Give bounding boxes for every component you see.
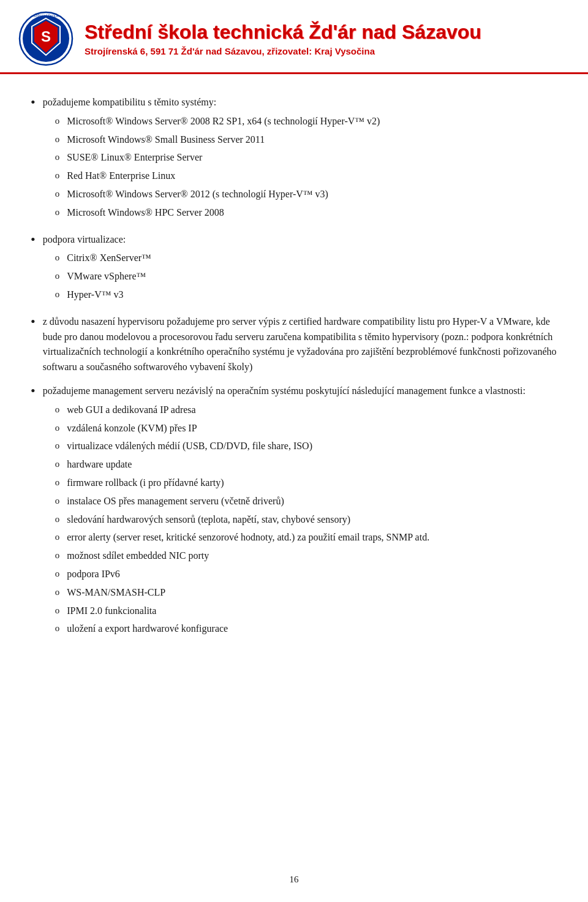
sub-bullet-icon: o (55, 585, 60, 599)
sub-item-text: možnost sdílet embedded NIC porty (67, 548, 557, 564)
list-item-hypervisor: • z důvodu nasazení hypervisoru požaduje… (31, 314, 557, 375)
list-item: o podpora IPv6 (43, 567, 557, 582)
page-header: S STŘEDNÍ ŠKOLA Střední škola technická … (0, 0, 588, 74)
hypervisor-text: z důvodu nasazení hypervisoru požadujeme… (43, 314, 557, 375)
virtualization-text: podpora virtualizace: (43, 232, 557, 248)
main-content: • požadujeme kompatibilitu s těmito syst… (0, 77, 588, 667)
svg-text:STŘEDNÍ ŠKOLA: STŘEDNÍ ŠKOLA (34, 13, 59, 18)
list-item-compatibility: • požadujeme kompatibilitu s těmito syst… (31, 95, 557, 224)
sub-item-text: Microsoft Windows® Small Business Server… (67, 132, 557, 148)
sub-bullet-icon: o (55, 604, 60, 618)
sub-bullet-icon: o (55, 251, 60, 265)
sub-bullet-icon: o (55, 287, 60, 301)
list-item: o Red Hat® Enterprise Linux (43, 169, 557, 184)
list-item: o firmware rollback (i pro přídavné kart… (43, 476, 557, 491)
sub-bullet-icon: o (55, 150, 60, 164)
sub-item-text: virtualizace vdálených médií (USB, CD/DV… (67, 439, 557, 454)
list-item: o error alerty (server reset, kritické s… (43, 530, 557, 545)
sub-bullet-icon: o (55, 476, 60, 490)
virtualization-content: podpora virtualizace: o Citrix® XenServe… (43, 232, 557, 306)
list-item-virtualization: • podpora virtualizace: o Citrix® XenSer… (31, 232, 557, 306)
sub-item-text: firmware rollback (i pro přídavné karty) (67, 476, 557, 491)
sub-bullet-icon: o (55, 567, 60, 581)
sub-bullet-icon: o (55, 530, 60, 544)
list-item: o WS-MAN/SMASH-CLP (43, 585, 557, 601)
sub-bullet-icon: o (55, 421, 60, 435)
list-item: o Microsoft® Windows Server® 2012 (s tec… (43, 187, 557, 202)
sub-bullet-icon: o (55, 457, 60, 471)
list-item: o Microsoft Windows® HPC Server 2008 (43, 205, 557, 221)
school-name: Střední škola technická Žd'ár nad Sázavo… (85, 21, 570, 44)
sub-bullet-icon: o (55, 512, 60, 526)
sub-item-text: IPMI 2.0 funkcionalita (67, 604, 557, 619)
virtualization-sub-list: o Citrix® XenServer™ o VMware vSphere™ o… (43, 251, 557, 302)
sub-item-text: vzdálená konzole (KVM) přes IP (67, 421, 557, 436)
list-item: o vzdálená konzole (KVM) přes IP (43, 421, 557, 436)
sub-bullet-icon: o (55, 621, 60, 635)
list-item-management: • požadujeme management serveru nezávisl… (31, 384, 557, 640)
sub-item-text: Red Hat® Enterprise Linux (67, 169, 557, 184)
main-bullet-list: • požadujeme kompatibilitu s těmito syst… (31, 95, 557, 640)
sub-item-text: Hyper-V™ v3 (67, 287, 557, 303)
svg-text:S: S (41, 28, 51, 45)
sub-bullet-icon: o (55, 439, 60, 453)
sub-item-text: Microsoft Windows® HPC Server 2008 (67, 205, 557, 221)
sub-bullet-icon: o (55, 187, 60, 201)
hypervisor-content: z důvodu nasazení hypervisoru požadujeme… (43, 314, 557, 375)
school-logo: S STŘEDNÍ ŠKOLA (18, 11, 74, 66)
bullet-icon-1: • (31, 93, 36, 112)
sub-bullet-icon: o (55, 205, 60, 219)
list-item: o Hyper-V™ v3 (43, 287, 557, 303)
list-item: o instalace OS přes management serveru (… (43, 494, 557, 509)
page-number: 16 (290, 874, 299, 885)
list-item: o Microsoft Windows® Small Business Serv… (43, 132, 557, 148)
sub-item-text: instalace OS přes management serveru (vč… (67, 494, 557, 509)
sub-item-text: Microsoft® Windows Server® 2012 (s techn… (67, 187, 557, 202)
sub-bullet-icon: o (55, 114, 60, 128)
list-item: o web GUI a dedikovaná IP adresa (43, 403, 557, 418)
sub-item-text: hardware update (67, 457, 557, 472)
sub-item-text: WS-MAN/SMASH-CLP (67, 585, 557, 601)
bullet-icon-4: • (31, 382, 36, 401)
list-item: o IPMI 2.0 funkcionalita (43, 604, 557, 619)
list-item: o VMware vSphere™ (43, 269, 557, 284)
management-text: požadujeme management serveru nezávislý … (43, 384, 557, 399)
list-item: o Microsoft® Windows Server® 2008 R2 SP1… (43, 114, 557, 129)
list-item: o sledování hardwarových sensorů (teplot… (43, 512, 557, 528)
list-item: o hardware update (43, 457, 557, 472)
sub-item-text: error alerty (server reset, kritické sen… (67, 530, 557, 545)
header-text-block: Střední škola technická Žd'ár nad Sázavo… (85, 21, 570, 56)
compatibility-sub-list: o Microsoft® Windows Server® 2008 R2 SP1… (43, 114, 557, 221)
school-address: Strojírenská 6, 591 71 Žd'ár nad Sázavou… (85, 46, 570, 56)
sub-item-text: Microsoft® Windows Server® 2008 R2 SP1, … (67, 114, 557, 129)
sub-item-text: podpora IPv6 (67, 567, 557, 582)
list-item: o SUSE® Linux® Enterprise Server (43, 150, 557, 165)
sub-bullet-icon: o (55, 403, 60, 417)
sub-item-text: sledování hardwarových sensorů (teplota,… (67, 512, 557, 528)
sub-bullet-icon: o (55, 494, 60, 508)
compatibility-text: požadujeme kompatibilitu s těmito systém… (43, 95, 557, 110)
list-item: o uložení a export hardwarové konfigurac… (43, 621, 557, 637)
sub-item-text: web GUI a dedikovaná IP adresa (67, 403, 557, 418)
compatibility-content: požadujeme kompatibilitu s těmito systém… (43, 95, 557, 224)
sub-bullet-icon: o (55, 269, 60, 283)
sub-item-text: uložení a export hardwarové konfigurace (67, 621, 557, 637)
bullet-icon-3: • (31, 313, 36, 332)
sub-item-text: Citrix® XenServer™ (67, 251, 557, 266)
sub-bullet-icon: o (55, 132, 60, 146)
sub-item-text: SUSE® Linux® Enterprise Server (67, 150, 557, 165)
sub-bullet-icon: o (55, 169, 60, 183)
list-item: o Citrix® XenServer™ (43, 251, 557, 266)
list-item: o možnost sdílet embedded NIC porty (43, 548, 557, 564)
page-wrapper: S STŘEDNÍ ŠKOLA Střední škola technická … (0, 0, 588, 902)
bullet-icon-2: • (31, 230, 36, 249)
sub-bullet-icon: o (55, 548, 60, 563)
management-sub-list: o web GUI a dedikovaná IP adresa o vzdál… (43, 403, 557, 637)
sub-item-text: VMware vSphere™ (67, 269, 557, 284)
list-item: o virtualizace vdálených médií (USB, CD/… (43, 439, 557, 454)
management-content: požadujeme management serveru nezávislý … (43, 384, 557, 640)
